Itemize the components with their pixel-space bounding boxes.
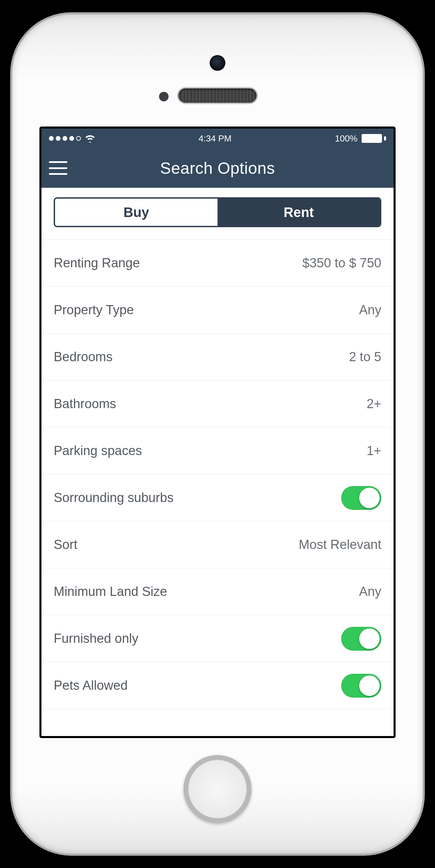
page-title: Search Options [41, 159, 394, 178]
row-pets-allowed[interactable]: Pets Allowed [41, 662, 394, 709]
row-value: Any [359, 584, 381, 599]
mode-segmented: Buy Rent [54, 197, 381, 227]
row-bathrooms[interactable]: Bathrooms 2+ [41, 381, 394, 428]
row-value: 1+ [367, 444, 381, 458]
home-button[interactable] [184, 755, 251, 823]
row-property-type[interactable]: Property Type Any [41, 287, 394, 334]
camera-icon [210, 55, 225, 71]
filter-list: Renting Range $350 to $ 750 Property Typ… [41, 240, 394, 736]
wifi-icon [85, 134, 95, 143]
row-value: 2+ [367, 397, 381, 411]
earpiece-speaker-icon [178, 88, 257, 103]
row-value: Most Relevant [299, 537, 381, 552]
row-value: Any [359, 303, 381, 317]
status-time: 4:34 PM [198, 133, 231, 144]
segment-buy[interactable]: Buy [55, 199, 218, 226]
segment-rent[interactable]: Rent [218, 199, 380, 226]
battery-icon [362, 134, 386, 143]
row-label: Sort [54, 537, 77, 552]
phone-frame: 4:34 PM 100% Search Options Buy [10, 12, 425, 856]
row-label: Bathrooms [54, 397, 116, 411]
toggle-surrounding-suburbs[interactable] [341, 486, 381, 510]
menu-icon[interactable] [49, 161, 67, 175]
row-sort[interactable]: Sort Most Relevant [41, 521, 394, 568]
battery-percent: 100% [335, 133, 358, 144]
row-furnished-only[interactable]: Furnished only [41, 615, 394, 662]
sensor-dot-icon [159, 92, 169, 101]
row-surrounding-suburbs[interactable]: Sorrounding suburbs [41, 474, 394, 521]
row-label: Sorrounding suburbs [54, 490, 174, 505]
row-value: 2 to 5 [349, 350, 381, 364]
row-minimum-land-size[interactable]: Minimum Land Size Any [41, 568, 394, 615]
navbar: Search Options [41, 148, 394, 188]
toggle-pets-allowed[interactable] [341, 674, 381, 698]
row-label: Bedrooms [54, 350, 112, 364]
row-bedrooms[interactable]: Bedrooms 2 to 5 [41, 334, 394, 381]
status-bar: 4:34 PM 100% [41, 129, 394, 148]
row-label: Renting Range [54, 256, 140, 270]
row-renting-range[interactable]: Renting Range $350 to $ 750 [41, 240, 394, 287]
row-label: Minimum Land Size [54, 584, 167, 599]
mode-segmented-wrap: Buy Rent [41, 188, 394, 240]
toggle-furnished-only[interactable] [341, 627, 381, 651]
row-label: Pets Allowed [54, 678, 128, 693]
row-label: Parking spaces [54, 444, 142, 458]
signal-strength-icon [49, 136, 81, 141]
row-label: Property Type [54, 303, 134, 317]
row-label: Furnished only [54, 631, 138, 646]
row-value: $350 to $ 750 [302, 256, 381, 270]
row-parking-spaces[interactable]: Parking spaces 1+ [41, 428, 394, 474]
screen: 4:34 PM 100% Search Options Buy [39, 127, 396, 738]
